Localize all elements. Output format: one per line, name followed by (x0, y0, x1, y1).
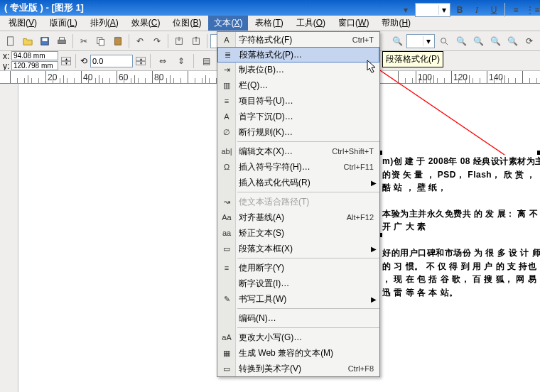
menu-item[interactable]: ≡项目符号(U)… (217, 93, 379, 109)
svg-rect-2 (43, 38, 48, 40)
menu-item-icon: aa (221, 227, 232, 239)
menu-item-icon: ≡ (221, 95, 232, 107)
refresh-icon[interactable]: ⟳ (522, 33, 537, 49)
menu-item[interactable]: aA更改大小写(G)… (217, 330, 379, 345)
svg-rect-6 (99, 39, 104, 45)
menu-t[interactable]: 表格(T) (249, 16, 288, 31)
menu-item-label: 断行规则(K)… (239, 126, 374, 138)
zoom-fit-icon[interactable]: 🔍 (470, 33, 486, 49)
menu-item[interactable]: aa矫正文本(S) (217, 225, 379, 241)
menu-item[interactable]: ✎书写工具(W)▶ (217, 291, 379, 307)
menu-item[interactable]: ∅断行规则(K)… (217, 124, 379, 140)
submenu-arrow-icon: ▶ (371, 295, 377, 303)
menu-item[interactable]: ▥栏(Q)… (217, 77, 379, 93)
copy-icon[interactable] (93, 33, 109, 49)
menu-item[interactable]: 插入格式化代码(R)▶ (217, 175, 379, 190)
menu-item-label: 栏(Q)… (239, 80, 374, 92)
menu-item-label: 书写工具(W) (239, 293, 374, 305)
cut-icon[interactable]: ✂ (76, 33, 92, 49)
open-icon[interactable] (20, 33, 36, 49)
menu-item[interactable]: Aa对齐基线(A)Alt+F12 (217, 209, 379, 225)
menu-item-shortcut: Ctrl+Shift+T (332, 147, 374, 156)
mirror-v-icon[interactable]: ⇕ (173, 53, 189, 69)
menu-b[interactable]: 位图(B) (167, 16, 207, 31)
zoom-selection-icon[interactable]: 🔍 (453, 33, 469, 49)
menu-item-icon: A (221, 34, 232, 45)
tooltip: 段落格式化(P) (382, 51, 443, 67)
coord-spinner[interactable]: ▴▾ (61, 57, 71, 65)
menu-item[interactable]: ▭段落文本框(X)▶ (217, 241, 379, 256)
menu-item[interactable]: ⇥制表位(B)… (217, 62, 379, 77)
menu-item-label: 对齐基线(A) (239, 212, 347, 224)
side-toolbar (0, 84, 18, 392)
menu-item-label: 段落文本框(X) (239, 243, 374, 255)
zoom-page-icon[interactable]: 🔍 (487, 33, 503, 49)
angle-spinner[interactable]: ▴▾ (136, 57, 146, 65)
menu-item-icon: ≣ (222, 49, 233, 60)
menu-item[interactable]: A首字下沉(D)… (217, 109, 379, 124)
menu-item[interactable]: ▦生成 Web 兼容的文本(M) (217, 345, 379, 361)
import-icon[interactable] (171, 33, 187, 49)
menu-item-icon: ▭ (221, 243, 232, 254)
menu-item[interactable]: ▭转换到美术字(V)Ctrl+F8 (217, 361, 379, 376)
export-icon[interactable] (188, 33, 204, 49)
svg-rect-3 (58, 40, 66, 43)
menu-item-icon: ab| (221, 146, 232, 157)
menu-item-shortcut: Ctrl+F11 (344, 163, 374, 171)
redo-icon[interactable]: ↷ (149, 33, 165, 49)
svg-rect-0 (8, 36, 14, 45)
menu-a[interactable]: 排列(A) (85, 16, 124, 31)
menu-item-label: 插入格式化代码(R) (239, 177, 374, 189)
search-icon[interactable]: 🔍 (389, 33, 405, 49)
menu-item-label: 断字设置(I)… (239, 278, 374, 290)
new-icon[interactable] (3, 33, 18, 49)
menu-l[interactable]: 版面(L) (44, 16, 83, 31)
menu-item-icon: ▦ (221, 347, 232, 359)
coord-inputs: x: y: (3, 51, 58, 71)
angle-input[interactable] (90, 55, 133, 67)
menu-item[interactable]: ≡使用断字(Y) (217, 260, 379, 276)
undo-icon[interactable]: ↶ (132, 33, 148, 49)
menu-item-label: 插入符号字符(H)… (239, 161, 344, 173)
print-icon[interactable] (54, 33, 70, 49)
svg-rect-8 (116, 36, 119, 38)
menu-item-icon: ⇥ (221, 64, 232, 75)
menu-item-label: 制表位(B)… (239, 64, 374, 76)
save-icon[interactable] (37, 33, 53, 49)
zoom-level-combo[interactable]: ▾ (406, 34, 435, 48)
svg-point-11 (441, 38, 446, 43)
menu-h[interactable]: 帮助(H) (376, 16, 416, 31)
zoom-100-icon[interactable] (436, 33, 452, 49)
menu-item[interactable]: ab|编辑文本(X)…Ctrl+Shift+T (217, 143, 379, 159)
menu-item: ↝使文本适合路径(T) (217, 194, 379, 209)
menu-item-label: 使用断字(Y) (239, 262, 374, 274)
menu-item-label: 使文本适合路径(T) (239, 196, 374, 208)
menu-item[interactable]: ≣段落格式化(P)… (217, 47, 379, 62)
menu-w[interactable]: 窗口(W) (333, 16, 374, 31)
zoom-all-icon[interactable]: 🔍 (504, 33, 520, 49)
paragraph-text-object[interactable]: m)创 建 于 2008年 08 经典设计素材为主的资 矢 量 ， PSD， F… (382, 155, 540, 312)
menu-item[interactable]: 断字设置(I)… (217, 276, 379, 291)
menu-item[interactable]: A字符格式化(F)Ctrl+T (217, 32, 379, 48)
menu-item-shortcut: Ctrl+T (352, 36, 374, 44)
menu-item-icon: Ω (221, 161, 232, 173)
menu-item-label: 编码(N)… (239, 312, 374, 325)
menu-item-label: 编辑文本(X)… (239, 146, 332, 158)
menu-item-icon: A (221, 111, 232, 122)
menu-item-label: 段落格式化(P)… (239, 49, 373, 61)
wrap-icon[interactable]: ▤ (198, 53, 214, 69)
menu-item-icon: ∅ (221, 126, 232, 138)
menu-c[interactable]: 效果(C) (126, 16, 166, 31)
menu-item-icon: ▭ (221, 363, 232, 374)
paste-icon[interactable] (110, 33, 126, 49)
selection-handle[interactable] (537, 151, 540, 155)
menu-item-label: 矫正文本(S) (239, 227, 374, 239)
menu-v[interactable]: 视图(V) (3, 16, 43, 31)
menu-item[interactable]: 编码(N)… (217, 310, 379, 326)
x-input[interactable] (11, 51, 58, 60)
y-input[interactable] (11, 61, 58, 70)
menu-x[interactable]: 文本(X) (208, 16, 248, 31)
menu-item[interactable]: Ω插入符号字符(H)…Ctrl+F11 (217, 159, 379, 175)
menu-o[interactable]: 工具(O) (291, 16, 331, 31)
mirror-h-icon[interactable]: ⇔ (155, 53, 171, 69)
